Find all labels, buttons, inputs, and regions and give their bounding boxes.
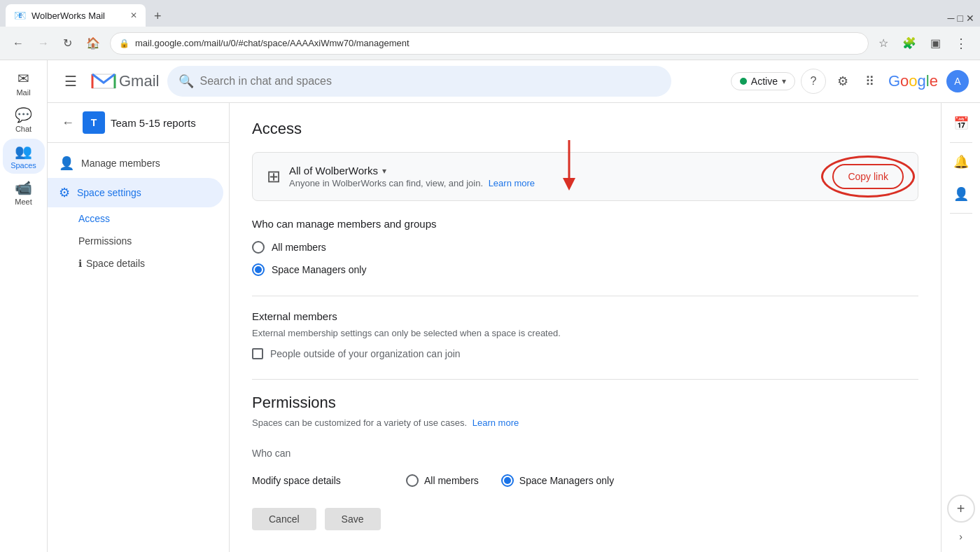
info-icon: ℹ <box>78 258 82 269</box>
permissions-section-title: Permissions <box>252 394 918 412</box>
minimize-button[interactable]: ─ <box>948 13 955 24</box>
google-text-logo: Google <box>888 72 938 90</box>
modify-all-members-option[interactable]: All members <box>406 474 479 487</box>
right-sidebar-expand-button[interactable]: › <box>953 525 968 548</box>
sidebar-item-chat[interactable]: 💬 Chat <box>3 102 45 137</box>
save-button[interactable]: Save <box>325 508 381 530</box>
tab-close-icon[interactable]: ✕ <box>130 11 137 20</box>
gmail-logo: Gmail <box>91 71 159 91</box>
space-details-sub-label: Space details <box>86 258 145 269</box>
access-sub-label: Access <box>78 213 110 224</box>
back-to-space-button[interactable]: ← <box>59 113 77 133</box>
settings-button[interactable]: ⚙ <box>832 68 854 95</box>
right-sidebar-tasks-button[interactable]: 🔔 <box>946 147 976 177</box>
permissions-desc: Spaces can be customized for a variety o… <box>252 418 918 428</box>
who-can-label: Who can <box>252 448 392 459</box>
modify-space-label: Modify space details <box>252 475 392 486</box>
access-box: ⊞ All of WolberWorks ▾ Anyone in WolberW… <box>252 152 918 201</box>
nav-sub-item-access[interactable]: Access <box>48 207 229 230</box>
button-row: Cancel Save <box>252 508 918 530</box>
external-checkbox-item[interactable]: People outside of your organization can … <box>252 348 918 359</box>
space-header: ← T Team 5-15 reports <box>48 103 229 143</box>
close-button[interactable]: ✕ <box>966 13 974 24</box>
radio-group-manage: All members Space Managers only <box>252 241 918 276</box>
permissions-learn-more-link[interactable]: Learn more <box>472 418 519 428</box>
right-sidebar-add-button[interactable]: + <box>947 495 975 523</box>
help-button[interactable]: ? <box>801 69 826 94</box>
mail-label: Mail <box>16 88 30 97</box>
right-sidebar-contacts-button[interactable]: 👤 <box>946 179 976 209</box>
chat-label: Chat <box>15 125 31 133</box>
permissions-sub-label: Permissions <box>78 235 132 247</box>
gmail-header: ☰ Gmail 🔍 <box>48 60 980 103</box>
modify-space-managers-option[interactable]: Space Managers only <box>501 474 614 487</box>
access-box-text: All of WolberWorks ▾ Anyone in WolberWor… <box>289 165 824 188</box>
section-divider-2 <box>252 379 918 380</box>
avatar[interactable]: A <box>946 70 969 92</box>
modify-managers-radio-circle <box>501 474 514 487</box>
space-content-area: Access ⊞ <box>230 103 941 552</box>
external-members-title: External members <box>252 310 918 322</box>
external-checkbox <box>252 348 263 359</box>
nav-sub-item-permissions[interactable]: Permissions <box>48 230 229 252</box>
header-actions: Active ▾ ? ⚙ ⠿ Google A <box>731 68 969 95</box>
nav-item-manage-members[interactable]: 👤 Manage members <box>48 149 223 178</box>
active-dropdown-icon: ▾ <box>782 76 786 86</box>
meet-label: Meet <box>15 198 31 206</box>
sidebar-item-spaces[interactable]: 👥 Spaces <box>3 139 45 174</box>
active-status-badge[interactable]: Active ▾ <box>731 72 795 90</box>
space-settings-icon: ⚙ <box>59 185 70 200</box>
cancel-button[interactable]: Cancel <box>252 508 316 530</box>
section-divider-1 <box>252 296 918 296</box>
extensions-button[interactable]: 🧩 <box>898 32 920 54</box>
lock-icon: 🔒 <box>119 39 130 48</box>
tab-title: WolberWorks Mail <box>31 11 105 21</box>
nav-section: 👤 Manage members ⚙ Space settings Access… <box>48 143 229 280</box>
forward-nav-button[interactable]: → <box>34 33 53 54</box>
back-nav-button[interactable]: ← <box>8 33 28 54</box>
sidebar-item-mail[interactable]: ✉ Mail <box>3 66 45 101</box>
mail-icon: ✉ <box>18 70 29 87</box>
radio-space-managers[interactable]: Space Managers only <box>252 263 918 276</box>
access-box-description: Anyone in WolberWorks can find, view, an… <box>289 178 824 188</box>
home-button[interactable]: 🏠 <box>82 32 104 54</box>
modify-space-row: Modify space details All members Space M… <box>252 467 918 494</box>
meet-icon: 📹 <box>15 179 32 196</box>
sidebar-item-meet[interactable]: 📹 Meet <box>3 175 45 210</box>
copy-link-button[interactable]: Copy link <box>832 164 904 189</box>
radio-all-members-circle <box>252 241 265 254</box>
space-settings-label: Space settings <box>77 187 141 198</box>
reload-button[interactable]: ↻ <box>59 32 76 54</box>
access-org-title[interactable]: All of WolberWorks ▾ <box>289 165 824 177</box>
nav-item-space-settings[interactable]: ⚙ Space settings <box>48 178 223 207</box>
sidebar-toggle-button[interactable]: ▣ <box>926 32 945 54</box>
right-sidebar-divider-2 <box>950 213 972 214</box>
search-input[interactable] <box>200 75 660 88</box>
learn-more-access-link[interactable]: Learn more <box>489 178 535 188</box>
modify-all-radio-circle <box>406 474 419 487</box>
spaces-icon: 👥 <box>15 143 32 160</box>
nav-sub-item-space-details[interactable]: ℹ Space details <box>48 252 229 275</box>
menu-button[interactable]: ☰ <box>59 67 83 95</box>
bookmark-button[interactable]: ☆ <box>874 32 892 54</box>
restore-button[interactable]: □ <box>958 13 963 24</box>
gmail-m-logo <box>91 71 116 91</box>
manage-members-title: Who can manage members and groups <box>252 218 918 230</box>
modify-options: All members Space Managers only <box>406 474 918 487</box>
apps-button[interactable]: ⠿ <box>860 68 880 95</box>
right-sidebar-calendar-button[interactable]: 📅 <box>946 109 976 138</box>
search-bar[interactable]: 🔍 <box>167 66 671 97</box>
main-content: ☰ Gmail 🔍 <box>48 60 980 552</box>
right-sidebar-divider-1 <box>950 142 972 143</box>
manage-members-label: Manage members <box>81 158 160 169</box>
nav-bar: ← → ↻ 🏠 🔒 mail.google.com/mail/u/0/#chat… <box>0 27 980 60</box>
manage-members-icon: 👤 <box>59 156 74 171</box>
browser-menu-button[interactable]: ⋮ <box>951 32 972 55</box>
search-icon-button[interactable]: 🔍 <box>178 74 194 89</box>
active-tab[interactable]: 📧 WolberWorks Mail ✕ <box>6 4 146 27</box>
new-tab-button[interactable]: + <box>148 6 167 27</box>
app-container: ✉ Mail 💬 Chat 👥 Spaces 📹 Meet ☰ <box>0 60 980 552</box>
radio-all-members[interactable]: All members <box>252 241 918 254</box>
address-bar[interactable]: 🔒 mail.google.com/mail/u/0/#chat/space/A… <box>110 32 869 55</box>
org-icon: ⊞ <box>267 167 281 186</box>
